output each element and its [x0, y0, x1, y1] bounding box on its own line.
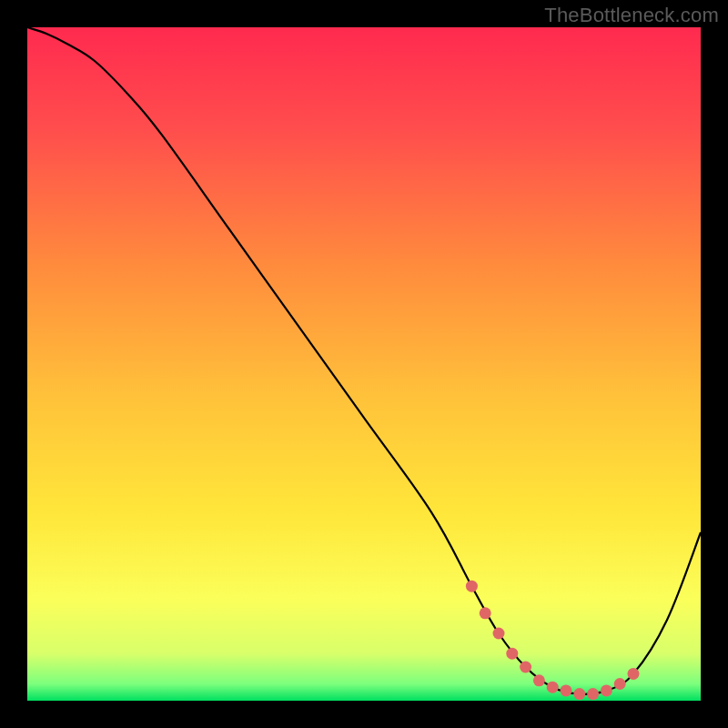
watermark: TheBottleneck.com [544, 4, 719, 27]
chart-container: TheBottleneck.com [0, 0, 728, 728]
bottleneck-chart [0, 0, 728, 728]
optimal-dot [480, 607, 491, 619]
optimal-dot [573, 688, 585, 700]
optimal-dot [587, 688, 599, 700]
optimal-dot [614, 678, 626, 690]
optimal-dot [601, 684, 612, 696]
optimal-dot [466, 581, 478, 592]
optimal-dot [628, 668, 640, 680]
optimal-dot [493, 628, 505, 640]
optimal-dot [561, 684, 572, 696]
optimal-dot [506, 648, 518, 660]
optimal-dot [520, 662, 531, 673]
optimal-dot [533, 674, 545, 686]
plot-background [27, 27, 701, 701]
optimal-dot [547, 682, 559, 693]
